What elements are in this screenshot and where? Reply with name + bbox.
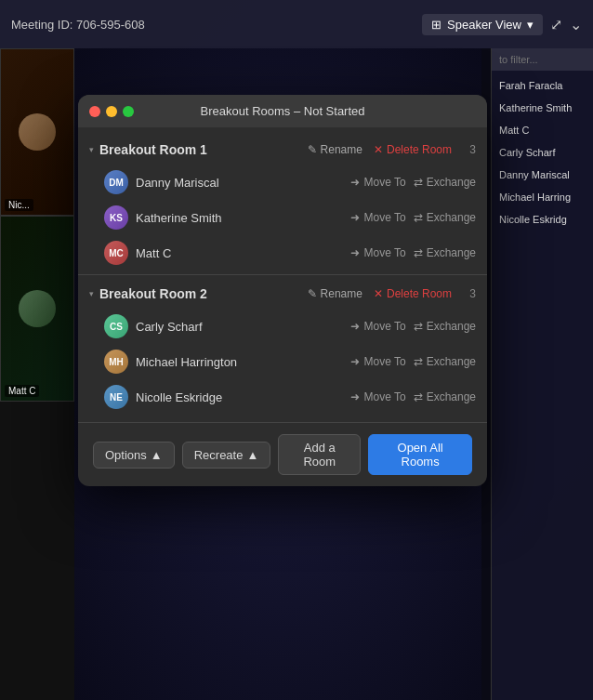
chevron-up-icon: ▲	[151, 448, 163, 462]
move-to-button-michael[interactable]: ➜ Move To	[350, 355, 405, 368]
participant-filter-input[interactable]	[492, 48, 593, 71]
participant-row-danny: DM Danny Mariscal ➜ Move To ⇄ Exchange	[78, 165, 487, 200]
top-right-controls: ⊞ Speaker View ▾ ⤢ ⌄	[422, 14, 582, 35]
participant-item: Nicolle Eskridg	[492, 208, 593, 231]
room-2-name: Breakout Room 2	[99, 286, 302, 301]
exchange-button-nicolle[interactable]: ⇄ Exchange	[414, 390, 476, 403]
participant-row-nicolle: NE Nicolle Eskridge ➜ Move To ⇄ Exchange	[78, 379, 487, 415]
participant-item: Carly Scharf	[492, 141, 593, 164]
room-2-delete-button[interactable]: ✕ Delete Room	[374, 287, 452, 300]
recreate-button[interactable]: Recreate ▲	[182, 442, 271, 469]
arrow-icon: ➜	[350, 390, 360, 403]
video-thumbnails: Nic... Matt C	[0, 48, 74, 700]
close-button[interactable]	[89, 106, 100, 117]
exchange-icon: ⇄	[414, 355, 423, 368]
minimize-button[interactable]	[106, 106, 117, 117]
participant-row-katherine: KS Katherine Smith ➜ Move To ⇄ Exchange	[78, 200, 487, 235]
room-1-delete-button[interactable]: ✕ Delete Room	[374, 143, 452, 156]
arrow-icon: ➜	[350, 246, 360, 259]
room-1-chevron[interactable]: ▾	[89, 145, 94, 154]
exchange-button-carly[interactable]: ⇄ Exchange	[414, 320, 476, 333]
exchange-icon: ⇄	[414, 320, 423, 333]
participant-name-matt: Matt C	[136, 246, 343, 260]
traffic-lights	[89, 106, 134, 117]
participant-name-michael: Michael Harrington	[136, 355, 343, 369]
room-1-rename-button[interactable]: ✎ Rename	[308, 143, 362, 156]
modal-title-bar: Breakout Rooms – Not Started	[78, 95, 487, 127]
participant-row-michael: MH Michael Harrington ➜ Move To ⇄ Exchan…	[78, 344, 487, 379]
room-1-header: ▾ Breakout Room 1 ✎ Rename ✕ Delete Room…	[78, 135, 487, 165]
avatar-matt: MC	[104, 241, 128, 265]
participant-item: Michael Harring	[492, 186, 593, 208]
participant-name-danny: Danny Mariscal	[136, 176, 343, 190]
speaker-view-button[interactable]: ⊞ Speaker View ▾	[422, 14, 543, 35]
room-2-chevron[interactable]: ▾	[89, 289, 94, 298]
move-to-button-carly[interactable]: ➜ Move To	[350, 320, 405, 333]
room-2-header: ▾ Breakout Room 2 ✎ Rename ✕ Delete Room…	[78, 279, 487, 309]
pencil-icon: ✎	[308, 287, 317, 300]
modal-overlay: Breakout Rooms – Not Started ▾ Breakout …	[74, 48, 491, 700]
avatar-nicolle: NE	[104, 385, 128, 409]
thumbnail-2[interactable]: Matt C	[0, 216, 74, 402]
participant-item: Katherine Smith	[492, 97, 593, 119]
exchange-button-katherine[interactable]: ⇄ Exchange	[414, 211, 476, 224]
x-icon: ✕	[374, 143, 383, 156]
participant-name-carly: Carly Scharf	[136, 320, 343, 334]
add-room-button[interactable]: Add a Room	[278, 434, 361, 475]
exchange-button-danny[interactable]: ⇄ Exchange	[414, 176, 476, 189]
participant-name-katherine: Katherine Smith	[136, 211, 343, 225]
participant-item: Farah Faracla	[492, 74, 593, 97]
exchange-button-matt[interactable]: ⇄ Exchange	[414, 246, 476, 259]
open-all-rooms-button[interactable]: Open All Rooms	[368, 434, 472, 475]
participant-item: Danny Mariscal	[492, 164, 593, 186]
participant-list: Farah Faracla Katherine Smith Matt C Car…	[492, 71, 593, 234]
room-1-count: 3	[463, 143, 476, 156]
chevron-down-icon: ▾	[527, 18, 534, 32]
right-panel: Farah Faracla Katherine Smith Matt C Car…	[491, 48, 593, 700]
room-divider	[78, 274, 487, 275]
top-bar: Meeting ID: 706-595-608 ⊞ Speaker View ▾…	[0, 0, 593, 48]
avatar-michael: MH	[104, 350, 128, 374]
x-icon: ✕	[374, 287, 383, 300]
breakout-rooms-modal: Breakout Rooms – Not Started ▾ Breakout …	[78, 95, 487, 486]
thumb-label-1: Nic...	[5, 199, 33, 211]
participant-item: Matt C	[492, 119, 593, 141]
room-2-rename-button[interactable]: ✎ Rename	[308, 287, 362, 300]
room-2-count: 3	[463, 287, 476, 300]
exchange-icon: ⇄	[414, 246, 423, 259]
thumb-label-2: Matt C	[5, 385, 39, 397]
avatar-carly: CS	[104, 314, 128, 338]
meeting-id: Meeting ID: 706-595-608	[11, 18, 145, 32]
room-1-actions: ✎ Rename ✕ Delete Room 3	[308, 143, 476, 156]
fullscreen-button[interactable]: ⤢	[550, 16, 562, 33]
thumbnail-1[interactable]: Nic...	[0, 48, 74, 216]
options-button[interactable]: Options ▲	[93, 442, 175, 469]
modal-footer: Options ▲ Recreate ▲ Add a Room Open All…	[78, 422, 487, 486]
arrow-icon: ➜	[350, 176, 360, 189]
exchange-icon: ⇄	[414, 211, 423, 224]
participant-row-carly: CS Carly Scharf ➜ Move To ⇄ Exchange	[78, 309, 487, 344]
modal-body: ▾ Breakout Room 1 ✎ Rename ✕ Delete Room…	[78, 127, 487, 422]
exchange-button-michael[interactable]: ⇄ Exchange	[414, 355, 476, 368]
speaker-view-label: Speaker View	[447, 18, 521, 32]
room-2-actions: ✎ Rename ✕ Delete Room 3	[308, 287, 476, 300]
avatar-danny: DM	[104, 170, 128, 194]
arrow-icon: ➜	[350, 211, 360, 224]
participant-row-matt: MC Matt C ➜ Move To ⇄ Exchange	[78, 235, 487, 271]
move-to-button-danny[interactable]: ➜ Move To	[350, 176, 405, 189]
arrow-icon: ➜	[350, 355, 360, 368]
speaker-view-icon: ⊞	[431, 18, 441, 32]
room-1-name: Breakout Room 1	[99, 142, 302, 157]
move-to-button-katherine[interactable]: ➜ Move To	[350, 211, 405, 224]
more-options-button[interactable]: ⌄	[570, 16, 582, 33]
arrow-icon: ➜	[350, 320, 360, 333]
maximize-button[interactable]	[123, 106, 134, 117]
move-to-button-nicolle[interactable]: ➜ Move To	[350, 390, 405, 403]
modal-title: Breakout Rooms – Not Started	[200, 104, 364, 118]
chevron-up-icon: ▲	[246, 448, 258, 462]
avatar-katherine: KS	[104, 205, 128, 230]
participant-name-nicolle: Nicolle Eskridge	[136, 390, 343, 404]
exchange-icon: ⇄	[414, 390, 423, 403]
move-to-button-matt[interactable]: ➜ Move To	[350, 246, 405, 259]
pencil-icon: ✎	[308, 143, 317, 156]
